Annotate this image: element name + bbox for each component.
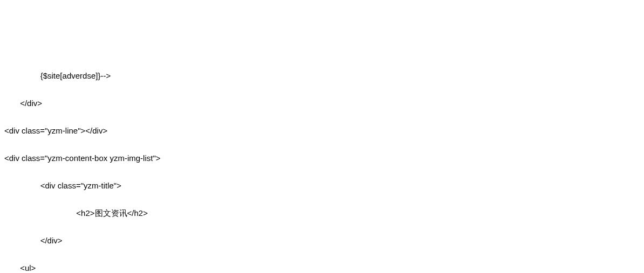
- code-line: <div class="yzm-line"></div>: [4, 124, 640, 138]
- code-line: <h2>图文资讯</h2>: [4, 206, 640, 220]
- code-line: <div class="yzm-content-box yzm-img-list…: [4, 151, 640, 165]
- code-line: {$site[adverdse]}-->: [4, 69, 640, 83]
- code-line: </div>: [4, 96, 640, 110]
- code-snippet: {$site[adverdse]}--> </div> <div class="…: [0, 55, 644, 273]
- code-line: </div>: [4, 234, 640, 248]
- code-line: <ul>: [4, 261, 640, 274]
- code-line: <div class="yzm-title">: [4, 179, 640, 193]
